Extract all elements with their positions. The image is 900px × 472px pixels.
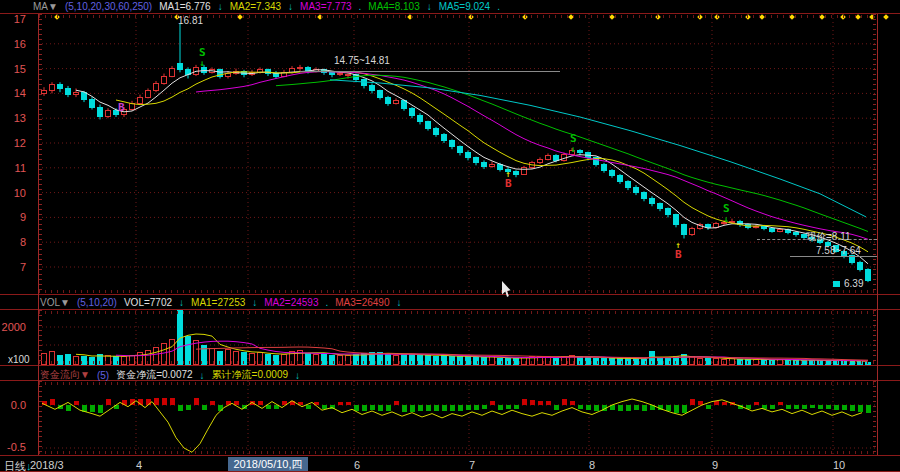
trend-arrow-icon: . xyxy=(359,1,362,12)
trend-arrow-icon: ↓ xyxy=(252,297,257,308)
vol-ma1: MA1=27253 xyxy=(191,297,245,308)
current-price-line xyxy=(757,239,877,240)
tick-strip xyxy=(39,311,875,314)
divider xyxy=(0,365,900,366)
fund-net-flow: 资金净流=0.0072 xyxy=(116,368,192,382)
period-selector[interactable]: 日线↓ xyxy=(4,459,32,472)
price-label: 13 xyxy=(0,112,26,124)
sell-label: S xyxy=(723,204,730,214)
sell-marker: S ↓ xyxy=(723,204,730,224)
date-label: 4 xyxy=(136,459,142,471)
trend-arrow-icon: . xyxy=(326,297,329,308)
tick-strip xyxy=(39,451,875,454)
date-label: 9 xyxy=(712,459,718,471)
current-price-label: 现价=8.11 xyxy=(806,230,851,244)
price-label: 8 xyxy=(0,236,26,248)
ma-dropdown[interactable]: MA▼ xyxy=(33,1,58,12)
gap-line-2 xyxy=(790,256,877,257)
ma-params: (5,10,20,30,60,250) xyxy=(65,1,152,12)
buy-marker: ↑ B xyxy=(675,240,682,260)
highest-price-label: 16.81 xyxy=(178,15,203,26)
vol-dropdown[interactable]: VOL▼ xyxy=(40,297,70,308)
date-label: 10 xyxy=(833,459,845,471)
tick-strip xyxy=(39,14,42,294)
tick-strip xyxy=(39,382,875,385)
fund-legend: 资金流向▼ (5) 资金净流=0.0072 ↓ 累计净流=0.0009 ↓ xyxy=(40,368,300,382)
price-label: 17 xyxy=(0,13,26,25)
fund-params: (5) xyxy=(97,370,109,381)
vol-ref-label: 2000 xyxy=(0,321,26,333)
buy-marker: B xyxy=(118,103,125,113)
divider xyxy=(0,455,900,456)
price-label: 16 xyxy=(0,38,26,50)
sell-label: S xyxy=(570,134,577,144)
price-label: 14 xyxy=(0,87,26,99)
sell-arrow-icon: ↓ xyxy=(571,144,576,154)
tick-strip xyxy=(39,310,42,364)
ma5-value: MA5=9.024 xyxy=(439,1,490,12)
price-label: 7 xyxy=(0,261,26,273)
gap-range-label-2: 7.58~7.64 xyxy=(816,245,861,256)
price-label: 11 xyxy=(0,162,26,174)
right-axis-line xyxy=(877,14,878,455)
ma4-value: MA4=8.103 xyxy=(368,1,419,12)
date-label: 2018/3 xyxy=(30,459,64,471)
buy-label: B xyxy=(118,103,125,113)
date-label: 6 xyxy=(354,459,360,471)
date-label: 8 xyxy=(589,459,595,471)
ma-legend: MA▼ (5,10,20,30,60,250) MA1=6.776 ↓ MA2=… xyxy=(33,1,500,12)
trend-arrow-icon: . xyxy=(497,1,500,12)
fund-dropdown[interactable]: 资金流向▼ xyxy=(40,368,90,382)
fund-cum-flow: 累计净流=0.0009 xyxy=(212,368,288,382)
vol-value: VOL=7702 xyxy=(124,297,172,308)
vol-ma2: MA2=24593 xyxy=(264,297,318,308)
sell-marker: S ↓ xyxy=(570,134,577,154)
tick-strip xyxy=(873,310,876,364)
vol-params: (5,10,20) xyxy=(77,297,117,308)
vol-legend: VOL▼ (5,10,20) VOL=7702 ↓ MA1=27253 ↓ MA… xyxy=(40,297,402,308)
tick-strip xyxy=(39,290,875,293)
trend-arrow-icon: ↓ xyxy=(179,297,184,308)
last-candle-box xyxy=(833,281,840,287)
stock-chart-window: MA▼ (5,10,20,30,60,250) MA1=6.776 ↓ MA2=… xyxy=(0,0,900,472)
price-label: 15 xyxy=(0,63,26,75)
ma3-value: MA3=7.773 xyxy=(300,1,351,12)
date-label: 7 xyxy=(469,459,475,471)
gap-range-label: 14.75~14.81 xyxy=(334,55,390,66)
trend-arrow-icon: ↓ xyxy=(288,1,293,12)
price-label: 12 xyxy=(0,137,26,149)
sell-label: S xyxy=(199,48,206,58)
ma2-value: MA2=7.343 xyxy=(230,1,281,12)
divider xyxy=(0,309,900,310)
last-price-label: 6.39 xyxy=(844,278,863,289)
trend-arrow-icon: ↓ xyxy=(200,370,205,381)
ma1-value: MA1=6.776 xyxy=(159,1,210,12)
trend-arrow-icon: ↓ xyxy=(218,1,223,12)
buy-label: B xyxy=(505,179,512,189)
sell-arrow-icon: ↓ xyxy=(724,214,729,224)
divider xyxy=(0,13,900,14)
price-label: 10 xyxy=(0,187,26,199)
vol-unit-label: x100 xyxy=(8,354,30,365)
tick-strip xyxy=(39,381,42,455)
trend-arrow-icon: ↓ xyxy=(427,1,432,12)
fund-zero-label: 0.0 xyxy=(0,399,26,411)
gap-line xyxy=(300,71,560,72)
tick-strip xyxy=(873,14,876,294)
tick-strip xyxy=(39,361,875,364)
buy-label: B xyxy=(675,250,682,260)
buy-marker: ↑ B xyxy=(505,169,512,189)
fund-neg-label: -0.5 xyxy=(0,441,26,453)
tick-strip xyxy=(39,15,875,18)
period-label: 日线 xyxy=(4,460,26,472)
selected-date-badge: 2018/05/10,四 xyxy=(228,457,308,471)
sell-marker: S ↓ xyxy=(199,48,206,68)
price-label: 9 xyxy=(0,211,26,223)
trend-arrow-icon: ↓ xyxy=(397,297,402,308)
vol-ma3: MA3=26490 xyxy=(335,297,389,308)
sell-arrow-icon: ↓ xyxy=(200,58,205,68)
divider xyxy=(0,294,900,295)
trend-arrow-icon: ↓ xyxy=(295,370,300,381)
tick-strip xyxy=(873,381,876,455)
